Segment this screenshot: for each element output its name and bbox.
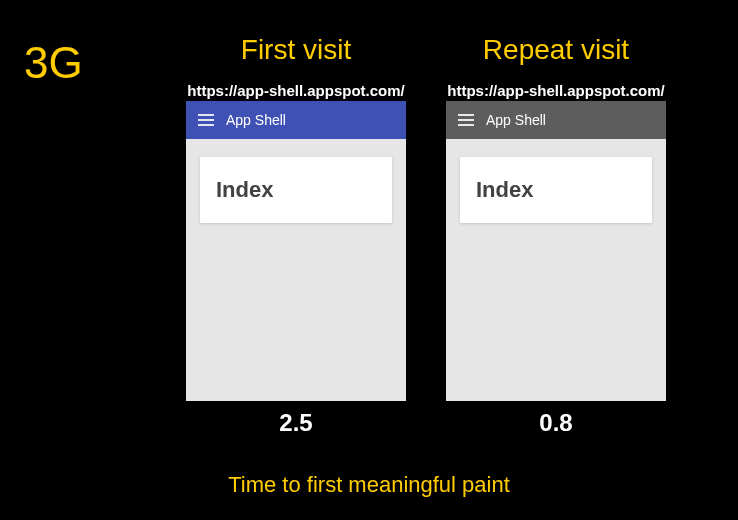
column-repeat-visit: Repeat visit https://app-shell.appspot.c… — [446, 34, 666, 437]
url-label: https://app-shell.appspot.com/ — [447, 82, 665, 99]
phone-screen: App Shell Index — [446, 101, 666, 401]
url-label: https://app-shell.appspot.com/ — [187, 82, 405, 99]
app-title: App Shell — [226, 112, 286, 128]
caption: Time to first meaningful paint — [0, 472, 738, 498]
hamburger-icon[interactable] — [198, 114, 214, 126]
content-card: Index — [460, 157, 652, 223]
app-title: App Shell — [486, 112, 546, 128]
network-label: 3G — [24, 38, 83, 88]
timing-value: 0.8 — [539, 409, 572, 437]
hamburger-icon[interactable] — [458, 114, 474, 126]
card-title: Index — [216, 177, 376, 203]
column-title: Repeat visit — [483, 34, 629, 66]
card-title: Index — [476, 177, 636, 203]
app-header: App Shell — [446, 101, 666, 139]
column-first-visit: First visit https://app-shell.appspot.co… — [186, 34, 406, 437]
columns-container: First visit https://app-shell.appspot.co… — [134, 34, 718, 437]
phone-screen: App Shell Index — [186, 101, 406, 401]
content-card: Index — [200, 157, 392, 223]
app-header: App Shell — [186, 101, 406, 139]
timing-value: 2.5 — [279, 409, 312, 437]
column-title: First visit — [241, 34, 351, 66]
